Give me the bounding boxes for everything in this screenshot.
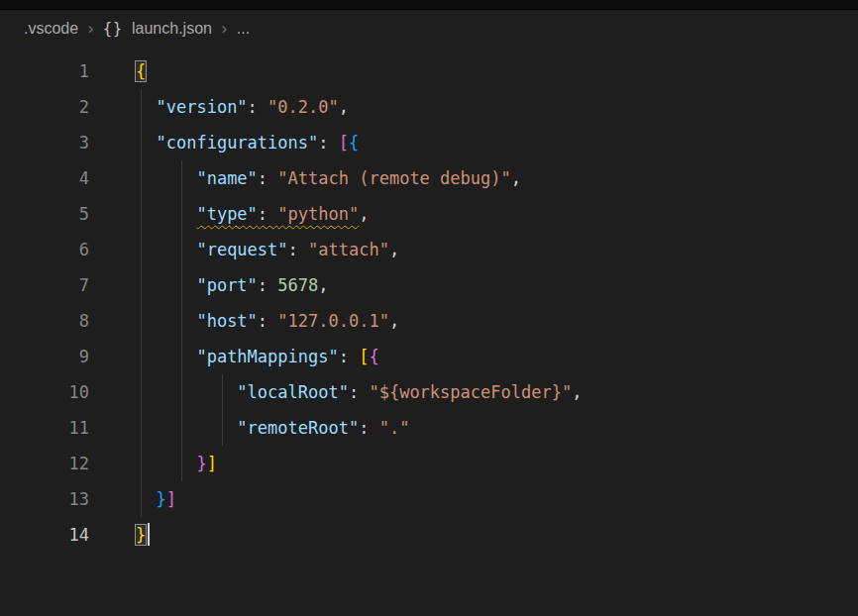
breadcrumb: .vscode › {} launch.json › ... (0, 10, 858, 48)
indent-guide (181, 232, 182, 267)
line-number[interactable]: 13 (0, 481, 89, 517)
indent-guide (181, 410, 182, 446)
token: : (339, 347, 359, 366)
line-number[interactable]: 6 (0, 232, 89, 267)
token: } (136, 525, 146, 545)
code-content: "request": "attach", (136, 232, 399, 267)
line-number[interactable]: 1 (0, 53, 89, 89)
token: : (258, 275, 277, 295)
line-number[interactable]: 14 (0, 517, 89, 553)
indent-guide (141, 196, 142, 232)
json-file-icon: {} (103, 20, 123, 38)
token: { (136, 61, 146, 81)
code-line[interactable]: 4 "name": "Attach (remote debug)", (0, 160, 858, 196)
token: , (339, 97, 349, 117)
code-content: "remoteRoot": "." (136, 410, 409, 446)
code-line[interactable]: 6 "request": "attach", (0, 232, 858, 267)
code-lines: 1{2 "version": "0.2.0",3 "configurations… (0, 53, 858, 553)
line-number[interactable]: 5 (0, 196, 89, 232)
token: [ (359, 347, 369, 366)
indent-guide (141, 267, 142, 303)
code-line[interactable]: 5 "type": "python", (0, 196, 858, 232)
indent-guide (141, 410, 142, 446)
indent-guide (141, 89, 142, 125)
indent-guide (141, 481, 142, 517)
indent-guide (181, 267, 182, 303)
token: : (318, 133, 338, 153)
indent (136, 168, 196, 188)
token: : (349, 382, 369, 402)
code-line[interactable]: 3 "configurations": [{ (0, 125, 858, 160)
code-line[interactable]: 7 "port": 5678, (0, 267, 858, 303)
breadcrumb-file[interactable]: launch.json (132, 20, 212, 38)
token: "name" (196, 168, 257, 188)
warning-squiggle: "type": "python" (196, 204, 359, 224)
code-line[interactable]: 1{ (0, 53, 858, 89)
indent-guide (141, 125, 142, 160)
indent-guide (181, 303, 182, 339)
line-number[interactable]: 3 (0, 125, 89, 160)
code-line[interactable]: 14} (0, 517, 858, 553)
token: , (511, 168, 521, 188)
line-number[interactable]: 7 (0, 267, 89, 303)
code-editor[interactable]: 1{2 "version": "0.2.0",3 "configurations… (0, 48, 858, 553)
token: ] (166, 489, 176, 509)
code-line[interactable]: 8 "host": "127.0.0.1", (0, 303, 858, 339)
indent-guide (141, 374, 142, 410)
indent (136, 97, 156, 117)
code-line[interactable]: 13 }] (0, 481, 858, 517)
indent-guide (181, 374, 182, 410)
token: "${workspaceFolder}" (369, 382, 572, 402)
line-number[interactable]: 12 (0, 446, 89, 481)
line-number[interactable]: 9 (0, 339, 89, 374)
line-number[interactable]: 10 (0, 374, 89, 410)
indent (136, 240, 196, 259)
breadcrumb-folder[interactable]: .vscode (24, 20, 78, 38)
code-line[interactable]: 9 "pathMappings": [{ (0, 339, 858, 374)
code-content: "host": "127.0.0.1", (136, 303, 399, 339)
token: : (258, 311, 277, 331)
code-content: "version": "0.2.0", (136, 89, 349, 125)
tab-bar (0, 0, 858, 10)
token: "python" (277, 204, 359, 224)
token: "Attach (remote debug)" (277, 168, 510, 188)
token: "type" (196, 204, 257, 224)
chevron-right-icon: › (221, 19, 228, 39)
indent-guide (181, 160, 182, 196)
token: "pathMappings" (196, 347, 338, 366)
code-content: "configurations": [{ (136, 125, 359, 160)
indent (136, 133, 156, 153)
code-content: } (136, 517, 150, 553)
line-number[interactable]: 11 (0, 410, 89, 446)
token: 5678 (277, 275, 318, 295)
line-number[interactable]: 8 (0, 303, 89, 339)
indent-guide (141, 232, 142, 267)
token: "remoteRoot" (237, 418, 359, 438)
token: "127.0.0.1" (277, 311, 389, 331)
indent-guide (141, 303, 142, 339)
text-cursor (148, 523, 150, 546)
code-content: { (136, 53, 146, 89)
token: : (288, 240, 308, 259)
code-line[interactable]: 10 "localRoot": "${workspaceFolder}", (0, 374, 858, 410)
token: "localRoot" (237, 382, 349, 402)
code-content: "name": "Attach (remote debug)", (136, 160, 521, 196)
code-content: }] (136, 481, 176, 517)
indent-guide (141, 339, 142, 374)
token: "configurations" (156, 133, 318, 153)
breadcrumb-symbol[interactable]: ... (237, 20, 250, 38)
indent-guide (181, 446, 182, 481)
line-number[interactable]: 4 (0, 160, 89, 196)
token: "request" (196, 240, 287, 259)
code-content: "pathMappings": [{ (136, 339, 379, 374)
token: { (369, 347, 378, 366)
line-number[interactable]: 2 (0, 89, 89, 125)
indent-guide (222, 410, 223, 446)
code-line[interactable]: 12 }] (0, 446, 858, 481)
code-line[interactable]: 2 "version": "0.2.0", (0, 89, 858, 125)
indent-guide (141, 160, 142, 196)
token: "port" (196, 275, 257, 295)
code-line[interactable]: 11 "remoteRoot": "." (0, 410, 858, 446)
token: "." (379, 418, 410, 438)
indent (136, 311, 196, 331)
